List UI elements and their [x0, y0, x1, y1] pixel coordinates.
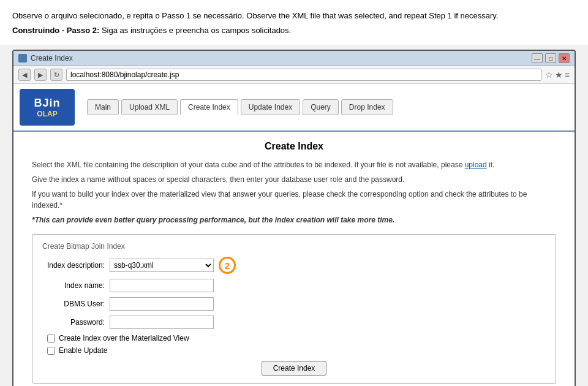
index-name-row: Index name: — [42, 279, 546, 292]
index-description-row: Index description: ssb-q30.xml 2 — [42, 257, 546, 274]
info-text-1: Select the XML file containing the descr… — [32, 159, 556, 170]
settings-icon[interactable]: ≡ — [565, 70, 570, 80]
dbms-user-row: DBMS User: — [42, 297, 546, 311]
browser-window: Create Index — □ ✕ ◀ ▶ ↻ ☆ ★ ≡ — [12, 50, 576, 386]
url-input[interactable] — [66, 69, 541, 81]
forward-button[interactable]: ▶ — [34, 69, 47, 81]
refresh-button[interactable]: ↻ — [50, 69, 62, 81]
index-name-label: Index name: — [42, 281, 110, 290]
info-text-3: If you want to build your index over the… — [32, 189, 556, 211]
page-content: BJin OLAP Main Upload XML Create Index U… — [13, 84, 575, 386]
window-controls: — □ ✕ — [532, 53, 570, 63]
checkbox-materialized-view-label: Create Index over the Materialized View — [59, 334, 189, 342]
bookmark-icon[interactable]: ☆ — [545, 70, 553, 80]
password-label: Password: — [42, 318, 110, 327]
address-bar: ◀ ▶ ↻ ☆ ★ ≡ — [13, 66, 575, 84]
site-logo: BJin OLAP — [20, 89, 75, 126]
nav-create-index[interactable]: Create Index — [180, 99, 238, 115]
checkbox-materialized-view-input[interactable] — [47, 335, 55, 342]
main-navigation: Main Upload XML Create Index Update Inde… — [87, 99, 393, 115]
back-button[interactable]: ◀ — [18, 69, 31, 81]
checkbox-enable-update-label: Enable Update — [59, 346, 107, 355]
dbms-user-label: DBMS User: — [42, 300, 110, 308]
index-name-input[interactable] — [110, 279, 214, 292]
password-input[interactable] — [110, 316, 214, 329]
password-row: Password: — [42, 316, 546, 329]
nav-upload-xml[interactable]: Upload XML — [121, 99, 178, 115]
nav-update-index[interactable]: Update Index — [241, 99, 300, 115]
star-icon[interactable]: ★ — [555, 70, 563, 80]
step-2-circle: 2 — [219, 257, 236, 274]
index-description-label: Index description: — [42, 261, 110, 270]
annotation-line1: Observe o arquivo selecionado, e repita … — [12, 10, 576, 22]
checkbox-materialized-view: Create Index over the Materialized View — [47, 334, 546, 342]
create-bitmap-form: Create Bitmap Join Index Index descripti… — [32, 234, 556, 384]
info-text-4: *This can provide even better query proc… — [32, 214, 556, 225]
dbms-user-input[interactable] — [110, 297, 214, 311]
form-section-title: Create Bitmap Join Index — [42, 242, 546, 251]
info-text-2: Give the index a name without spaces or … — [32, 174, 556, 185]
index-description-select[interactable]: ssb-q30.xml — [110, 259, 214, 272]
minimize-button[interactable]: — — [532, 53, 543, 63]
browser-favicon — [18, 54, 27, 62]
page-title: Create Index — [32, 141, 556, 152]
create-index-button[interactable]: Create Index — [262, 361, 327, 376]
nav-drop-index[interactable]: Drop Index — [341, 99, 393, 115]
close-button[interactable]: ✕ — [559, 53, 570, 63]
main-content: Create Index Select the XML file contain… — [13, 132, 575, 386]
maximize-button[interactable]: □ — [545, 53, 556, 63]
site-header: BJin OLAP Main Upload XML Create Index U… — [13, 84, 575, 132]
nav-main[interactable]: Main — [87, 99, 119, 115]
browser-title: Create Index — [31, 54, 73, 62]
annotation-line2: Construindo - Passo 2: Siga as instruçõe… — [12, 25, 576, 37]
title-bar: Create Index — □ ✕ — [13, 51, 575, 66]
checkbox-enable-update-input[interactable] — [47, 347, 55, 355]
upload-link[interactable]: upload — [465, 161, 487, 169]
nav-query[interactable]: Query — [303, 99, 339, 115]
checkbox-enable-update: Enable Update — [47, 346, 546, 355]
